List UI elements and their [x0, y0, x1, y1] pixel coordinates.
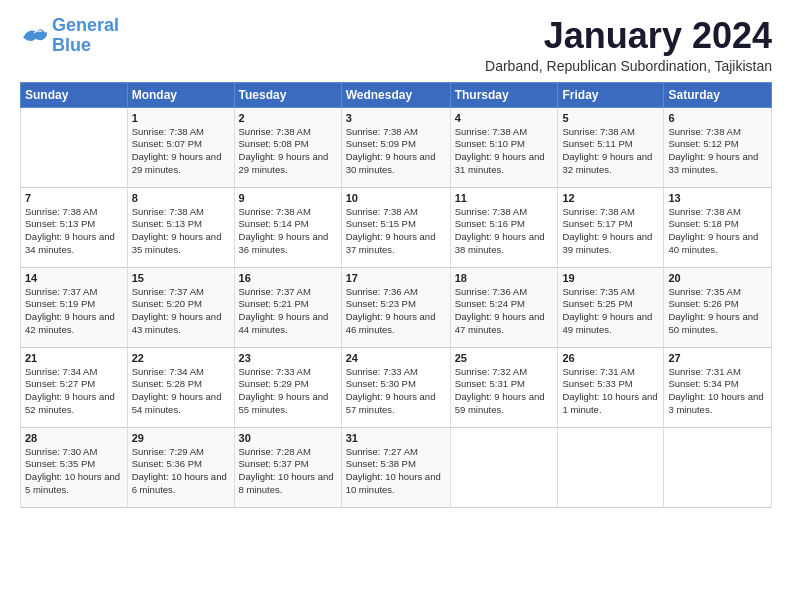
day-info: Sunrise: 7:38 AM Sunset: 5:07 PM Dayligh…	[132, 126, 230, 177]
sunrise-text: Sunrise: 7:28 AM	[239, 446, 311, 457]
day-cell: 30 Sunrise: 7:28 AM Sunset: 5:37 PM Dayl…	[234, 427, 341, 507]
daylight-text: Daylight: 9 hours and 40 minutes.	[668, 231, 758, 255]
day-info: Sunrise: 7:38 AM Sunset: 5:10 PM Dayligh…	[455, 126, 554, 177]
week-row-1: 1 Sunrise: 7:38 AM Sunset: 5:07 PM Dayli…	[21, 107, 772, 187]
day-info: Sunrise: 7:30 AM Sunset: 5:35 PM Dayligh…	[25, 446, 123, 497]
sunrise-text: Sunrise: 7:37 AM	[239, 286, 311, 297]
sunrise-text: Sunrise: 7:34 AM	[25, 366, 97, 377]
sunset-text: Sunset: 5:35 PM	[25, 458, 95, 469]
weekday-header-sunday: Sunday	[21, 82, 128, 107]
day-cell	[558, 427, 664, 507]
day-number: 5	[562, 112, 659, 124]
day-cell: 14 Sunrise: 7:37 AM Sunset: 5:19 PM Dayl…	[21, 267, 128, 347]
day-info: Sunrise: 7:38 AM Sunset: 5:17 PM Dayligh…	[562, 206, 659, 257]
sunset-text: Sunset: 5:13 PM	[132, 218, 202, 229]
day-number: 22	[132, 352, 230, 364]
day-cell: 7 Sunrise: 7:38 AM Sunset: 5:13 PM Dayli…	[21, 187, 128, 267]
sunset-text: Sunset: 5:17 PM	[562, 218, 632, 229]
logo-text: General Blue	[52, 16, 119, 56]
sunrise-text: Sunrise: 7:37 AM	[132, 286, 204, 297]
logo-blue: Blue	[52, 35, 91, 55]
day-info: Sunrise: 7:38 AM Sunset: 5:18 PM Dayligh…	[668, 206, 767, 257]
daylight-text: Daylight: 9 hours and 32 minutes.	[562, 151, 652, 175]
sunrise-text: Sunrise: 7:35 AM	[668, 286, 740, 297]
sunrise-text: Sunrise: 7:38 AM	[455, 206, 527, 217]
title-block: January 2024 Darband, Republican Subordi…	[485, 16, 772, 74]
sunset-text: Sunset: 5:19 PM	[25, 298, 95, 309]
day-cell: 6 Sunrise: 7:38 AM Sunset: 5:12 PM Dayli…	[664, 107, 772, 187]
weekday-header-tuesday: Tuesday	[234, 82, 341, 107]
sunrise-text: Sunrise: 7:30 AM	[25, 446, 97, 457]
day-info: Sunrise: 7:38 AM Sunset: 5:12 PM Dayligh…	[668, 126, 767, 177]
sunrise-text: Sunrise: 7:37 AM	[25, 286, 97, 297]
sunset-text: Sunset: 5:23 PM	[346, 298, 416, 309]
sunrise-text: Sunrise: 7:29 AM	[132, 446, 204, 457]
sunrise-text: Sunrise: 7:38 AM	[239, 126, 311, 137]
daylight-text: Daylight: 9 hours and 33 minutes.	[668, 151, 758, 175]
daylight-text: Daylight: 9 hours and 55 minutes.	[239, 391, 329, 415]
daylight-text: Daylight: 9 hours and 52 minutes.	[25, 391, 115, 415]
day-cell: 10 Sunrise: 7:38 AM Sunset: 5:15 PM Dayl…	[341, 187, 450, 267]
daylight-text: Daylight: 9 hours and 50 minutes.	[668, 311, 758, 335]
sunrise-text: Sunrise: 7:31 AM	[668, 366, 740, 377]
day-number: 28	[25, 432, 123, 444]
day-number: 17	[346, 272, 446, 284]
day-number: 29	[132, 432, 230, 444]
sunrise-text: Sunrise: 7:31 AM	[562, 366, 634, 377]
daylight-text: Daylight: 10 hours and 5 minutes.	[25, 471, 120, 495]
sunrise-text: Sunrise: 7:36 AM	[455, 286, 527, 297]
weekday-header-thursday: Thursday	[450, 82, 558, 107]
day-cell: 2 Sunrise: 7:38 AM Sunset: 5:08 PM Dayli…	[234, 107, 341, 187]
day-cell: 29 Sunrise: 7:29 AM Sunset: 5:36 PM Dayl…	[127, 427, 234, 507]
day-info: Sunrise: 7:32 AM Sunset: 5:31 PM Dayligh…	[455, 366, 554, 417]
day-info: Sunrise: 7:37 AM Sunset: 5:19 PM Dayligh…	[25, 286, 123, 337]
day-number: 7	[25, 192, 123, 204]
day-cell	[664, 427, 772, 507]
day-number: 1	[132, 112, 230, 124]
calendar-table: SundayMondayTuesdayWednesdayThursdayFrid…	[20, 82, 772, 508]
sunset-text: Sunset: 5:13 PM	[25, 218, 95, 229]
daylight-text: Daylight: 9 hours and 42 minutes.	[25, 311, 115, 335]
daylight-text: Daylight: 10 hours and 8 minutes.	[239, 471, 334, 495]
day-info: Sunrise: 7:38 AM Sunset: 5:13 PM Dayligh…	[25, 206, 123, 257]
day-cell: 9 Sunrise: 7:38 AM Sunset: 5:14 PM Dayli…	[234, 187, 341, 267]
day-number: 10	[346, 192, 446, 204]
sunset-text: Sunset: 5:14 PM	[239, 218, 309, 229]
day-cell: 12 Sunrise: 7:38 AM Sunset: 5:17 PM Dayl…	[558, 187, 664, 267]
daylight-text: Daylight: 9 hours and 44 minutes.	[239, 311, 329, 335]
daylight-text: Daylight: 9 hours and 57 minutes.	[346, 391, 436, 415]
day-info: Sunrise: 7:38 AM Sunset: 5:13 PM Dayligh…	[132, 206, 230, 257]
day-number: 12	[562, 192, 659, 204]
sunset-text: Sunset: 5:38 PM	[346, 458, 416, 469]
daylight-text: Daylight: 9 hours and 36 minutes.	[239, 231, 329, 255]
day-number: 9	[239, 192, 337, 204]
daylight-text: Daylight: 9 hours and 46 minutes.	[346, 311, 436, 335]
sunrise-text: Sunrise: 7:38 AM	[132, 126, 204, 137]
day-number: 19	[562, 272, 659, 284]
day-number: 21	[25, 352, 123, 364]
daylight-text: Daylight: 9 hours and 31 minutes.	[455, 151, 545, 175]
day-cell: 21 Sunrise: 7:34 AM Sunset: 5:27 PM Dayl…	[21, 347, 128, 427]
day-info: Sunrise: 7:28 AM Sunset: 5:37 PM Dayligh…	[239, 446, 337, 497]
subtitle: Darband, Republican Subordination, Tajik…	[485, 58, 772, 74]
day-number: 23	[239, 352, 337, 364]
week-row-5: 28 Sunrise: 7:30 AM Sunset: 5:35 PM Dayl…	[21, 427, 772, 507]
sunset-text: Sunset: 5:37 PM	[239, 458, 309, 469]
day-number: 16	[239, 272, 337, 284]
day-number: 2	[239, 112, 337, 124]
sunrise-text: Sunrise: 7:38 AM	[25, 206, 97, 217]
day-cell: 26 Sunrise: 7:31 AM Sunset: 5:33 PM Dayl…	[558, 347, 664, 427]
week-row-4: 21 Sunrise: 7:34 AM Sunset: 5:27 PM Dayl…	[21, 347, 772, 427]
sunrise-text: Sunrise: 7:38 AM	[239, 206, 311, 217]
weekday-header-row: SundayMondayTuesdayWednesdayThursdayFrid…	[21, 82, 772, 107]
logo-text-block: General Blue	[52, 16, 119, 56]
daylight-text: Daylight: 10 hours and 1 minute.	[562, 391, 657, 415]
daylight-text: Daylight: 9 hours and 34 minutes.	[25, 231, 115, 255]
calendar-container: General Blue January 2024 Darband, Repub…	[0, 0, 792, 518]
day-number: 31	[346, 432, 446, 444]
daylight-text: Daylight: 10 hours and 10 minutes.	[346, 471, 441, 495]
day-info: Sunrise: 7:29 AM Sunset: 5:36 PM Dayligh…	[132, 446, 230, 497]
day-number: 26	[562, 352, 659, 364]
sunrise-text: Sunrise: 7:36 AM	[346, 286, 418, 297]
sunset-text: Sunset: 5:21 PM	[239, 298, 309, 309]
